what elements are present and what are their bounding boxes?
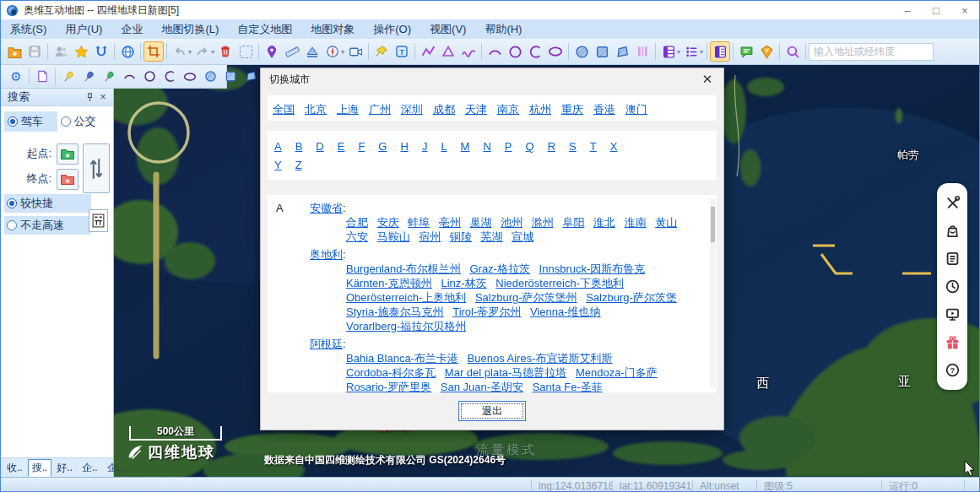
end-favorite-button[interactable]: ★ xyxy=(57,169,79,190)
filled-polygon-button-2[interactable] xyxy=(241,67,261,87)
favorites-star-button[interactable] xyxy=(71,41,91,62)
hot-city-link[interactable]: 澳门 xyxy=(625,103,647,116)
hot-city-link[interactable]: 重庆 xyxy=(561,103,583,116)
swap-start-end-button[interactable] xyxy=(83,143,110,193)
city-link[interactable]: 芜湖 xyxy=(481,230,503,243)
letter-link[interactable]: D xyxy=(316,140,323,153)
option-fast-radio[interactable]: 较快捷 xyxy=(4,194,91,213)
filled-circle-button-2[interactable] xyxy=(200,67,220,87)
menu-item[interactable]: 用户(U) xyxy=(56,19,111,39)
letter-link[interactable]: G xyxy=(378,140,387,153)
city-link[interactable]: 宿州 xyxy=(419,230,441,243)
letter-link[interactable]: R xyxy=(548,140,555,153)
city-link[interactable]: Bahia Blanca-布兰卡港 xyxy=(346,352,458,365)
close-panel-button[interactable]: × xyxy=(96,90,110,104)
mode-transit-radio[interactable]: 公交 xyxy=(57,111,111,132)
store-button[interactable] xyxy=(939,217,965,245)
city-link[interactable]: 马鞍山 xyxy=(377,230,410,243)
redo-button[interactable] xyxy=(192,41,213,62)
sidebar-bottom-tab[interactable]: 好.. xyxy=(52,459,77,477)
search-button[interactable] xyxy=(782,41,803,62)
filled-rect-button-2[interactable] xyxy=(220,67,241,87)
city-link[interactable]: Santa Fe-圣菲 xyxy=(533,381,603,392)
menu-item[interactable]: 企业 xyxy=(111,19,152,39)
chat-button[interactable] xyxy=(736,41,756,62)
city-link[interactable]: Vienna-维也纳 xyxy=(530,305,601,318)
city-link[interactable]: Tirol-蒂罗尔州 xyxy=(452,305,521,318)
video-button[interactable] xyxy=(939,300,965,328)
letter-link[interactable]: B xyxy=(295,140,303,153)
compass-dropdown-caret[interactable]: ▾ xyxy=(341,48,344,56)
menu-item[interactable]: 视图(V) xyxy=(420,19,475,39)
polygon-button[interactable] xyxy=(438,41,458,62)
letter-link[interactable]: F xyxy=(358,140,365,153)
address-search-input[interactable] xyxy=(809,43,934,61)
ellipse-shape-button-2[interactable] xyxy=(180,67,200,87)
city-link[interactable]: 安庆 xyxy=(377,216,399,229)
city-link[interactable]: 铜陵 xyxy=(450,230,472,243)
menu-item[interactable]: 操作(O) xyxy=(364,19,420,39)
curve-button[interactable] xyxy=(458,41,479,62)
redo-dropdown-caret[interactable]: ▾ xyxy=(211,48,214,56)
city-link[interactable]: 淮北 xyxy=(593,216,615,229)
select-rect-button[interactable] xyxy=(236,41,256,62)
minimize-button[interactable]: – xyxy=(893,1,922,19)
close-button[interactable]: × xyxy=(950,1,979,19)
sidebar-bottom-tab[interactable]: 收.. xyxy=(3,459,27,477)
hot-city-link[interactable]: 天津 xyxy=(465,103,487,116)
menu-item[interactable]: 地图对象 xyxy=(301,19,364,39)
placemark-pin-button[interactable] xyxy=(262,41,282,62)
save-button[interactable] xyxy=(24,41,45,62)
new-file-button[interactable] xyxy=(32,67,52,87)
compass-button[interactable] xyxy=(322,41,343,62)
letter-link[interactable]: M xyxy=(461,140,470,153)
city-link[interactable]: 六安 xyxy=(346,230,368,243)
import-folder-button[interactable] xyxy=(4,41,24,62)
city-link[interactable]: 阜阳 xyxy=(562,216,584,229)
tools-button[interactable] xyxy=(939,189,965,217)
pin-yellow-button[interactable] xyxy=(58,67,79,87)
hot-city-link[interactable]: 深圳 xyxy=(401,103,423,116)
arc-button[interactable] xyxy=(485,41,505,62)
city-link[interactable]: Kärnten-克恩顿州 xyxy=(346,277,432,289)
history-button[interactable] xyxy=(939,273,965,300)
letter-link[interactable]: H xyxy=(400,140,408,153)
gift-button[interactable] xyxy=(939,328,965,356)
letter-link[interactable]: J xyxy=(422,140,428,153)
title-bar[interactable]: 奥维互动地图 -- 四维地球日新图[5] – □ × xyxy=(1,1,979,19)
mode-drive-radio[interactable]: 驾车 xyxy=(4,111,57,132)
hot-city-link[interactable]: 香港 xyxy=(593,103,615,116)
scrollbar-thumb[interactable] xyxy=(711,207,715,242)
city-link[interactable]: 池州 xyxy=(501,216,522,229)
city-link[interactable]: Niederösterreich-下奥地利 xyxy=(495,277,624,289)
city-link[interactable]: Mar del plata-马德普拉塔 xyxy=(445,366,566,379)
scrollbar-track[interactable] xyxy=(710,198,716,387)
city-link[interactable]: 淮南 xyxy=(625,216,647,229)
menu-item[interactable]: 系统(S) xyxy=(1,19,56,39)
road-condition-button[interactable] xyxy=(89,209,108,232)
sticky-pin-button[interactable] xyxy=(371,41,392,62)
city-link[interactable]: Oberösterreich-上奥地利 xyxy=(346,291,466,304)
menu-item[interactable]: 自定义地图 xyxy=(228,19,301,39)
track-route-button[interactable] xyxy=(91,41,111,62)
help-button[interactable]: ? xyxy=(939,356,965,384)
letter-link[interactable]: A xyxy=(274,140,282,153)
list-button[interactable] xyxy=(681,41,701,62)
parallel-lines-button[interactable] xyxy=(632,41,652,62)
hot-city-link[interactable]: 全国 xyxy=(273,103,295,116)
pin-green-button[interactable] xyxy=(99,67,119,87)
users-button[interactable] xyxy=(51,41,71,62)
area-measure-button[interactable] xyxy=(302,41,322,62)
city-link[interactable]: Linz-林茨 xyxy=(441,277,487,289)
polyline-button[interactable] xyxy=(418,41,438,62)
menu-item[interactable]: 地图切换(L) xyxy=(152,19,228,39)
ellipse-shape-button[interactable] xyxy=(545,41,566,62)
city-link[interactable]: 黄山 xyxy=(655,216,677,229)
letter-link[interactable]: T xyxy=(590,140,597,153)
letter-link[interactable]: X xyxy=(610,140,618,153)
city-link[interactable]: 蚌埠 xyxy=(408,216,430,229)
city-link[interactable]: 宣城 xyxy=(512,230,533,243)
circle-shape-button-2[interactable] xyxy=(139,67,160,87)
settings-gear-button[interactable]: ⚙ xyxy=(6,67,26,87)
menu-item[interactable]: 帮助(H) xyxy=(475,19,531,39)
